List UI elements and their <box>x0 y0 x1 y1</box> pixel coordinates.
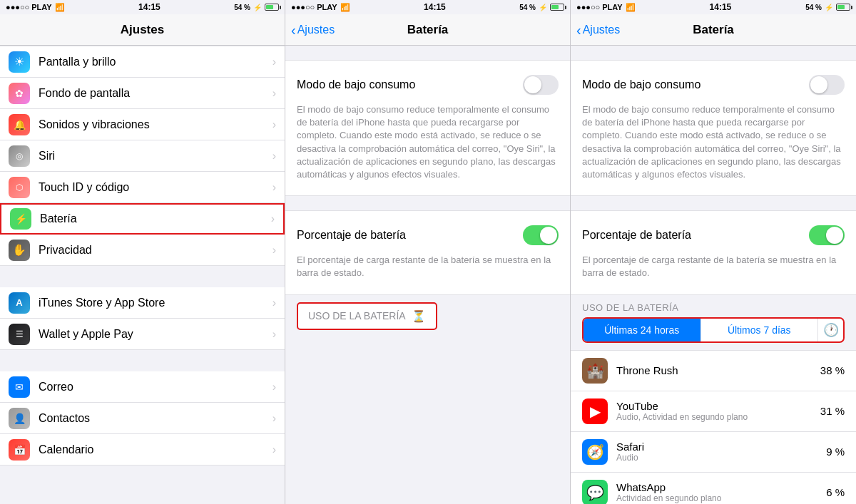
settings-item-sonidos[interactable]: 🔔 Sonidos y vibraciones › <box>0 109 285 140</box>
throne-rush-pct: 38 % <box>820 364 845 376</box>
carrier-left: ●●●○○ PLAY <box>6 3 52 11</box>
safari-pct: 9 % <box>826 446 845 458</box>
chevron-pantalla: › <box>272 56 276 68</box>
settings-item-siri[interactable]: ◎ Siri › <box>0 140 285 172</box>
wallet-label: Wallet y Apple Pay <box>39 328 272 341</box>
settings-item-correo[interactable]: ✉ Correo › <box>0 371 285 403</box>
low-power-toggle-middle[interactable] <box>523 75 559 95</box>
tab-clock-btn[interactable]: 🕐 <box>817 319 843 341</box>
siri-label: Siri <box>39 150 272 163</box>
youtube-sub: Audio, Actividad en segundo plano <box>616 412 820 422</box>
fondo-label: Fondo de pantalla <box>39 87 272 100</box>
fondo-icon: ✿ <box>9 83 30 104</box>
contactos-icon: 👤 <box>9 408 30 429</box>
battery-panel-middle: ●●●○○ PLAY 📶 14:15 54 % ⚡ ‹ Ajustes Bate… <box>285 0 571 504</box>
battery-panel-right: ●●●○○ PLAY 📶 14:15 54 % ⚡ ‹ Ajustes Bate… <box>571 0 856 504</box>
calendario-label: Calendario <box>39 443 272 456</box>
settings-item-contactos[interactable]: 👤 Contactos › <box>0 403 285 434</box>
settings-item-calendario[interactable]: 📅 Calendario › <box>0 434 285 466</box>
low-power-row-right: Modo de bajo consumo <box>582 69 845 101</box>
status-bar-right: ●●●○○ PLAY 📶 14:15 54 % ⚡ <box>571 0 856 14</box>
status-left-r: ●●●○○ PLAY 📶 <box>576 3 636 12</box>
safari-info: Safari Audio <box>616 441 826 463</box>
chevron-contactos: › <box>272 412 276 425</box>
bateria-icon: ⚡ <box>10 208 31 230</box>
nav-bar-middle: ‹ Ajustes Batería <box>285 14 570 46</box>
safari-sub: Audio <box>616 453 826 463</box>
clock-icon: 🕐 <box>823 322 839 338</box>
status-right-m: 54 % ⚡ <box>519 4 564 11</box>
low-power-toggle-right[interactable] <box>809 75 845 95</box>
wifi-icon-m: 📶 <box>340 3 350 12</box>
status-bar-middle: ●●●○○ PLAY 📶 14:15 54 % ⚡ <box>285 0 570 14</box>
status-right-r: 54 % ⚡ <box>805 4 850 11</box>
gap-r2 <box>571 196 856 210</box>
back-button-middle[interactable]: ‹ Ajustes <box>291 23 335 37</box>
wifi-icon: 📶 <box>55 3 65 12</box>
settings-item-itunes[interactable]: A iTunes Store y App Store › <box>0 287 285 319</box>
battery-pct-label-m: Porcentaje de batería <box>297 229 406 242</box>
battery-pct-section-right: Porcentaje de batería El porcentaje de c… <box>571 210 856 294</box>
battery-pct-middle: 54 % <box>519 4 536 11</box>
youtube-info: YouTube Audio, Actividad en segundo plan… <box>616 400 820 422</box>
chevron-touchid: › <box>272 181 276 194</box>
battery-pct-toggle-right[interactable] <box>809 225 845 245</box>
battery-pct-row-right: Porcentaje de batería <box>582 220 845 251</box>
chevron-fondo: › <box>272 87 276 100</box>
correo-label: Correo <box>39 381 272 394</box>
privacidad-label: Privacidad <box>39 244 272 257</box>
app-item-throne[interactable]: 🏰 Throne Rush 38 % <box>571 351 856 391</box>
back-chevron-m: ‹ <box>291 23 296 37</box>
low-power-row-middle: Modo de bajo consumo <box>297 69 559 101</box>
gap-top-m <box>285 46 570 60</box>
carrier-middle: ●●●○○ PLAY <box>291 3 337 11</box>
app-item-youtube[interactable]: ▶ YouTube Audio, Actividad en segundo pl… <box>571 391 856 432</box>
calendario-icon: 📅 <box>9 439 30 461</box>
bateria-label: Batería <box>40 212 271 225</box>
status-left-m: ●●●○○ PLAY 📶 <box>291 3 350 12</box>
settings-item-privacidad[interactable]: ✋ Privacidad › <box>0 235 285 266</box>
youtube-pct: 31 % <box>820 405 845 417</box>
tab-7d-label: Últimos 7 días <box>728 324 791 336</box>
tab-24h[interactable]: Últimas 24 horas <box>584 319 700 341</box>
low-power-label-m: Modo de bajo consumo <box>297 78 415 91</box>
time-tabs-container: Últimas 24 horas Últimos 7 días 🕐 <box>582 317 845 343</box>
app-item-whatsapp[interactable]: 💬 WhatsApp Actividad en segundo plano 6 … <box>571 473 856 505</box>
tab-7d[interactable]: Últimos 7 días <box>700 319 818 341</box>
time-middle: 14:15 <box>424 2 446 12</box>
settings-item-touchid[interactable]: ⬡ Touch ID y código › <box>0 172 285 203</box>
settings-item-wallet[interactable]: ☰ Wallet y Apple Pay › <box>0 319 285 350</box>
itunes-label: iTunes Store y App Store <box>39 297 272 309</box>
status-bar-left: ●●●○○ PLAY 📶 14:15 54 % ⚡ <box>0 0 285 14</box>
battery-pct-desc-r: El porcentaje de carga restante de la ba… <box>582 251 845 285</box>
privacidad-icon: ✋ <box>9 240 30 261</box>
settings-item-fondo[interactable]: ✿ Fondo de pantalla › <box>0 78 285 109</box>
itunes-icon: A <box>9 292 30 314</box>
settings-item-pantalla[interactable]: ☀ Pantalla y brillo › <box>0 46 285 78</box>
chevron-itunes: › <box>272 297 276 309</box>
whatsapp-sub: Actividad en segundo plano <box>616 493 826 503</box>
time-right: 14:15 <box>710 2 732 12</box>
chevron-bateria: › <box>271 212 275 225</box>
uso-bateria-button[interactable]: USO DE LA BATERÍA ⏳ <box>298 304 436 329</box>
app-item-safari[interactable]: 🧭 Safari Audio 9 % <box>571 432 856 473</box>
nav-bar-left: Ajustes <box>0 14 285 46</box>
contactos-label: Contactos <box>39 412 272 425</box>
battery-pct-toggle-middle[interactable] <box>523 225 559 245</box>
youtube-name: YouTube <box>616 400 820 412</box>
carrier-right: ●●●○○ PLAY <box>576 3 623 11</box>
nav-title-left: Ajustes <box>121 23 164 37</box>
lightning-icon: ⚡ <box>253 4 262 11</box>
sonidos-icon: 🔔 <box>9 114 30 135</box>
chevron-siri: › <box>272 150 276 163</box>
settings-item-bateria[interactable]: ⚡ Batería › <box>0 203 285 235</box>
whatsapp-icon: 💬 <box>582 480 608 505</box>
back-button-right[interactable]: ‹ Ajustes <box>576 23 620 37</box>
pantalla-icon: ☀ <box>9 51 30 73</box>
app-list: 🏰 Throne Rush 38 % ▶ YouTube Audio, Acti… <box>571 350 856 505</box>
wifi-icon-r: 📶 <box>626 3 636 12</box>
uso-btn-wrapper: USO DE LA BATERÍA ⏳ <box>285 295 570 337</box>
whatsapp-pct: 6 % <box>826 486 845 498</box>
battery-pct-section-middle: Porcentaje de batería El porcentaje de c… <box>285 210 570 294</box>
back-label-middle: Ajustes <box>297 24 335 36</box>
